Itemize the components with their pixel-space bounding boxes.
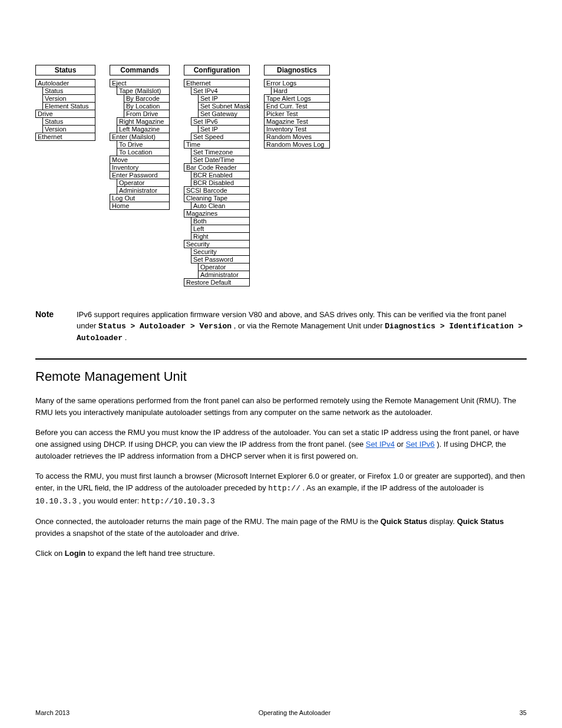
configuration-tree: Configuration EthernetSet IPv4Set IPSet … [184, 65, 250, 286]
menu-item[interactable]: Move [110, 156, 170, 164]
menu-item[interactable]: From Drive [124, 110, 170, 118]
p5b: Login [65, 549, 85, 558]
menu-item[interactable]: Right Magazine [117, 117, 170, 126]
menu-item[interactable]: Set IP [198, 125, 250, 133]
menu-item[interactable]: BCR Disabled [191, 179, 250, 187]
footer-page: 35 [520, 709, 527, 716]
para-4: Once connected, the autoloader returns t… [35, 516, 527, 539]
menu-item[interactable]: Restore Default [184, 278, 250, 286]
menu-item[interactable]: Security [184, 240, 250, 248]
section-divider [35, 358, 527, 360]
p3-mono1: http:// [268, 484, 300, 493]
menu-item[interactable]: Magazine Test [264, 117, 330, 126]
menu-item[interactable]: Set IP [198, 94, 250, 103]
menu-item[interactable]: Drive [35, 110, 95, 118]
menu-item[interactable]: Enter (Mailslot) [110, 133, 170, 141]
link-set-ipv4[interactable]: Set IPv4 [366, 440, 395, 449]
menu-item[interactable]: Hard [271, 87, 330, 95]
menu-item[interactable]: Magazines [184, 209, 250, 218]
p3-mono3: http://10.10.3.3 [141, 497, 215, 506]
menu-item[interactable]: Security [191, 248, 250, 256]
menu-item[interactable]: Set IPv4 [191, 87, 250, 95]
menu-item[interactable]: Right [191, 232, 250, 241]
status-body: AutoloaderStatusVersionElement StatusDri… [35, 79, 95, 141]
para-3: To access the RMU, you must first launch… [35, 470, 527, 507]
menu-item[interactable]: Operator [117, 179, 170, 187]
menu-item[interactable]: Log Out [110, 194, 170, 202]
menu-item[interactable]: Time [184, 140, 250, 149]
menu-item[interactable]: To Location [117, 148, 170, 156]
menu-item[interactable]: Eject [110, 79, 170, 87]
menu-item[interactable]: Administrator [198, 271, 250, 279]
menu-trees-row: Status AutoloaderStatusVersionElement St… [35, 18, 527, 286]
p2b: or [397, 440, 406, 449]
menu-item[interactable]: Enter Password [110, 171, 170, 179]
menu-item[interactable]: To Drive [117, 140, 170, 149]
menu-item[interactable]: End Curr. Test [264, 102, 330, 110]
menu-item[interactable]: Random Moves Log [264, 140, 330, 149]
menu-item[interactable]: Set Speed [191, 133, 250, 141]
p4b2: Quick Status [457, 517, 504, 526]
menu-item[interactable]: Autoloader [35, 79, 95, 87]
menu-item[interactable]: Set Timezone [191, 148, 250, 156]
menu-item[interactable]: Bar Code Reader [184, 163, 250, 172]
p4c: display. [429, 517, 457, 526]
menu-item[interactable]: Ethernet [184, 79, 250, 87]
p4b1: Quick Status [381, 517, 427, 526]
p3c: , you would enter: [79, 496, 141, 505]
menu-item[interactable]: Picker Test [264, 110, 330, 118]
menu-item[interactable]: Version [42, 125, 95, 133]
menu-item[interactable]: Tape Alert Logs [264, 94, 330, 103]
menu-item[interactable]: Inventory Test [264, 125, 330, 133]
commands-header: Commands [110, 65, 170, 75]
menu-item[interactable]: Administrator [117, 186, 170, 195]
note-block: Note IPv6 support requires application f… [35, 309, 527, 344]
menu-item[interactable]: By Location [124, 102, 170, 110]
p3b: . As an example, if the IP address of th… [303, 483, 484, 492]
commands-body: EjectTape (Mailslot)By BarcodeBy Locatio… [110, 79, 170, 210]
p4a: Once connected, the autoloader returns t… [35, 517, 381, 526]
menu-item[interactable]: Home [110, 202, 170, 210]
menu-item[interactable]: Random Moves [264, 133, 330, 141]
menu-item[interactable]: Set IPv6 [191, 117, 250, 126]
menu-item[interactable]: Set Subnet Mask [198, 102, 250, 110]
menu-item[interactable]: Tape (Mailslot) [117, 87, 170, 95]
menu-item[interactable]: Set Gateway [198, 110, 250, 118]
commands-tree: Commands EjectTape (Mailslot)By BarcodeB… [110, 65, 170, 209]
p5c: to expand the left hand tree structure. [88, 549, 215, 558]
page-footer: March 2013 Operating the Autoloader 35 [35, 709, 527, 716]
menu-item[interactable]: Set Password [191, 255, 250, 263]
menu-item[interactable]: Auto Clean [191, 202, 250, 210]
menu-item[interactable]: Cleaning Tape [184, 194, 250, 202]
menu-item[interactable]: By Barcode [124, 94, 170, 103]
link-set-ipv6[interactable]: Set IPv6 [406, 440, 435, 449]
footer-title: Operating the Autoloader [259, 709, 330, 716]
menu-item[interactable]: Both [191, 217, 250, 225]
menu-item[interactable]: Status [42, 117, 95, 126]
configuration-body: EthernetSet IPv4Set IPSet Subnet MaskSet… [184, 79, 250, 286]
menu-item[interactable]: Status [42, 87, 95, 95]
menu-item[interactable]: Version [42, 94, 95, 103]
menu-item[interactable]: Left Magazine [117, 125, 170, 133]
para-1: Many of the same operations performed fr… [35, 395, 527, 419]
menu-item[interactable]: Element Status [42, 102, 95, 110]
menu-item[interactable]: Left [191, 225, 250, 233]
menu-item[interactable]: Ethernet [35, 133, 95, 141]
menu-item[interactable]: BCR Enabled [191, 171, 250, 179]
menu-item[interactable]: Set Date/Time [191, 156, 250, 164]
note-label: Note [35, 309, 65, 319]
note-body: IPv6 support requires application firmwa… [77, 309, 527, 344]
menu-item[interactable]: Error Logs [264, 79, 330, 87]
note-path-1: Status > Autoloader > Version [98, 322, 232, 331]
menu-item[interactable]: SCSI Barcode [184, 186, 250, 195]
diagnostics-body: Error LogsHardTape Alert LogsEnd Curr. T… [264, 79, 330, 149]
menu-item[interactable]: Inventory [110, 163, 170, 172]
p3-mono2: 10.10.3.3 [35, 497, 77, 506]
note-text-3: . [125, 333, 127, 342]
section-title: Remote Management Unit [35, 369, 527, 384]
p5a: Click on [35, 549, 65, 558]
diagnostics-header: Diagnostics [264, 65, 330, 75]
status-tree: Status AutoloaderStatusVersionElement St… [35, 65, 95, 140]
footer-date: March 2013 [35, 709, 70, 716]
menu-item[interactable]: Operator [198, 263, 250, 271]
